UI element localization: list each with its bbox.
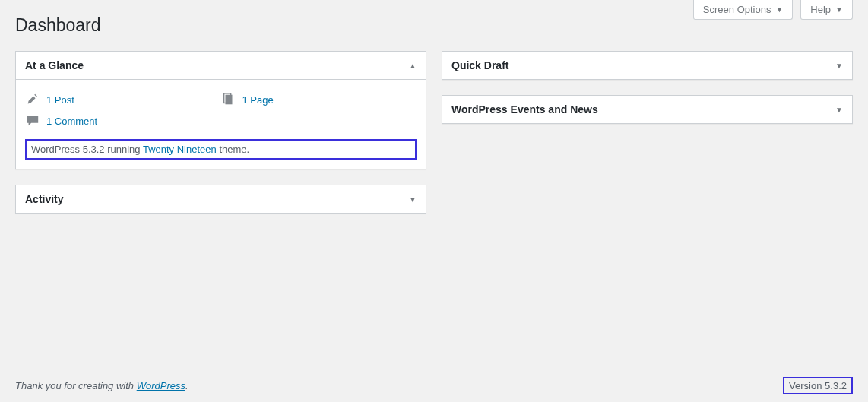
chevron-down-icon: ▼ [835, 106, 843, 114]
column-left: At a Glance ▲ 1 Post 1 Page [15, 51, 426, 214]
chevron-up-icon: ▲ [409, 62, 417, 70]
pin-icon [25, 92, 40, 107]
top-screen-buttons: Screen Options ▼ Help ▼ [693, 0, 853, 20]
comment-icon [25, 113, 40, 128]
glance-stats: 1 Post 1 Page 1 Comment [25, 89, 417, 131]
screen-options-button[interactable]: Screen Options ▼ [693, 0, 794, 20]
widget-at-a-glance: At a Glance ▲ 1 Post 1 Page [15, 51, 426, 169]
widget-title-glance: At a Glance [25, 59, 84, 71]
widget-header-activity[interactable]: Activity ▼ [16, 185, 426, 213]
widget-events-news: WordPress Events and News ▼ [442, 95, 853, 124]
glance-comments-link[interactable]: 1 Comment [46, 116, 97, 127]
chevron-down-icon: ▼ [409, 195, 417, 204]
footer-thanks-suffix: . [185, 380, 188, 391]
version-prefix: WordPress 5.3.2 running [31, 144, 143, 155]
theme-link[interactable]: Twenty Nineteen [143, 144, 217, 155]
glance-pages-link[interactable]: 1 Page [242, 94, 274, 106]
glance-posts-link[interactable]: 1 Post [46, 94, 74, 106]
glance-posts: 1 Post [25, 89, 221, 110]
widget-title-events-news: WordPress Events and News [451, 103, 598, 116]
widget-quick-draft: Quick Draft ▼ [442, 51, 853, 80]
footer-wordpress-link[interactable]: WordPress [137, 380, 185, 391]
footer: Thank you for creating with WordPress. V… [15, 377, 853, 394]
screen-options-label: Screen Options [703, 4, 771, 15]
glance-comments: 1 Comment [25, 110, 417, 131]
widget-header-glance[interactable]: At a Glance ▲ [16, 52, 426, 80]
chevron-down-icon: ▼ [835, 5, 843, 14]
glance-pages: 1 Page [221, 89, 417, 110]
column-right: Quick Draft ▼ WordPress Events and News … [442, 51, 853, 214]
widget-header-quick-draft[interactable]: Quick Draft ▼ [442, 52, 852, 79]
widget-header-events-news[interactable]: WordPress Events and News ▼ [442, 96, 852, 123]
widget-body-glance: 1 Post 1 Page 1 Comment [16, 80, 426, 169]
version-theme-line: WordPress 5.3.2 running Twenty Nineteen … [25, 139, 417, 160]
footer-thanks: Thank you for creating with WordPress. [15, 380, 188, 391]
footer-thanks-prefix: Thank you for creating with [15, 380, 137, 391]
help-label: Help [810, 4, 831, 15]
footer-version: Version 5.3.2 [783, 377, 853, 394]
version-suffix: theme. [217, 144, 249, 155]
chevron-down-icon: ▼ [835, 62, 843, 70]
page-icon [221, 92, 236, 107]
widget-activity: Activity ▼ [15, 185, 426, 214]
widget-title-activity: Activity [25, 193, 64, 205]
help-button[interactable]: Help ▼ [800, 0, 853, 20]
chevron-down-icon: ▼ [775, 5, 783, 14]
dashboard-columns: At a Glance ▲ 1 Post 1 Page [0, 36, 868, 229]
widget-title-quick-draft: Quick Draft [451, 59, 508, 71]
